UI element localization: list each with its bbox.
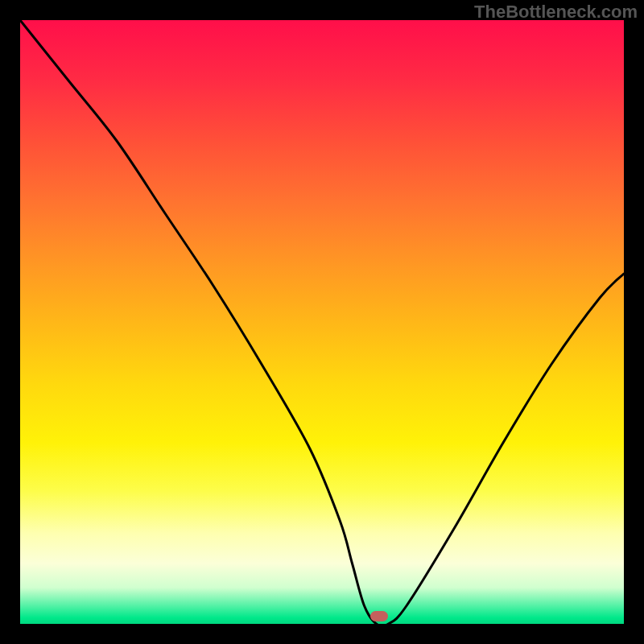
bottleneck-curve xyxy=(20,20,624,624)
plot-area xyxy=(20,20,624,624)
optimal-point-marker xyxy=(370,611,388,621)
chart-frame: TheBottleneck.com xyxy=(0,0,644,644)
watermark-label: TheBottleneck.com xyxy=(474,2,638,23)
